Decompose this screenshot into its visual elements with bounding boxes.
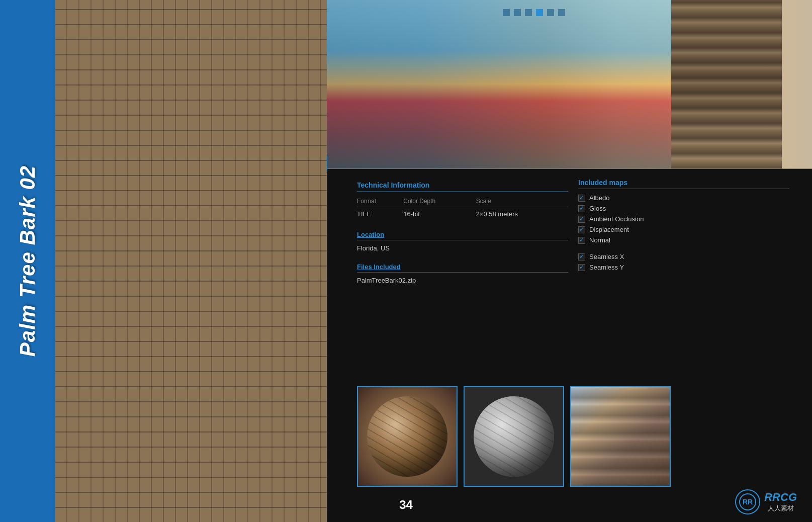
- dot-2[interactable]: [514, 9, 521, 16]
- dot-6[interactable]: [558, 9, 565, 16]
- logo: RR RRCG 人人素材: [735, 489, 797, 514]
- logo-svg: RR: [739, 493, 757, 511]
- gloss-label: Gloss: [589, 205, 606, 212]
- thumb-bark-gray[interactable]: [464, 386, 564, 487]
- files-value: PalmTreeBark02.zip: [357, 275, 568, 286]
- map-seamless-x: Seamless X: [578, 253, 789, 260]
- format-value: TIFF: [357, 207, 403, 221]
- photo-inner: [327, 0, 812, 168]
- sphere-bark: [367, 396, 447, 477]
- thumb-bark-photo[interactable]: [570, 386, 671, 487]
- technical-section: Technical Information Format Color Depth…: [357, 181, 568, 221]
- left-sidebar: Palm Tree Bark 02: [0, 0, 55, 522]
- location-section: Location Florida, US: [357, 231, 568, 254]
- ao-checkbox: [578, 216, 585, 223]
- scale-value: 2×0.58 meters: [476, 207, 568, 221]
- top-photo-border: [327, 168, 812, 169]
- svg-text:RR: RR: [743, 498, 753, 506]
- col-format: Format: [357, 196, 403, 207]
- tech-table: Format Color Depth Scale TIFF 16-bit 2×0…: [357, 196, 568, 221]
- gloss-checkbox: [578, 205, 585, 212]
- technical-title: Technical Information: [357, 181, 568, 192]
- files-section: Files Included PalmTreeBark02.zip: [357, 263, 568, 286]
- table-row: TIFF 16-bit 2×0.58 meters: [357, 207, 568, 221]
- map-albedo: Albedo: [578, 194, 789, 202]
- ao-label: Ambient Occlusion: [589, 215, 644, 223]
- logo-brand: RRCG: [764, 491, 797, 504]
- dot-1[interactable]: [503, 9, 510, 16]
- albedo-label: Albedo: [589, 194, 609, 202]
- files-label: Files Included: [357, 263, 568, 273]
- depth-value: 16-bit: [403, 207, 476, 221]
- location-value: Florida, US: [357, 242, 568, 254]
- location-label: Location: [357, 231, 568, 240]
- displacement-label: Displacement: [589, 226, 629, 233]
- thumbnails-row: [357, 386, 671, 487]
- seamless-x-label: Seamless X: [589, 253, 624, 260]
- info-panel-left: Technical Information Format Color Depth…: [357, 181, 568, 295]
- albedo-checkbox: [578, 195, 585, 202]
- normal-label: Normal: [589, 236, 610, 244]
- col-scale: Scale: [476, 196, 568, 207]
- dot-3[interactable]: [525, 9, 532, 16]
- map-displacement: Displacement: [578, 226, 789, 233]
- page-number: 34: [399, 498, 413, 512]
- dot-5[interactable]: [547, 9, 554, 16]
- page: Palm Tree Bark 02 Technical Information: [0, 0, 812, 522]
- maps-divider: [578, 247, 789, 253]
- maps-title: Included maps: [578, 179, 789, 189]
- sphere-gray: [474, 396, 554, 477]
- main-bark-image: [55, 0, 327, 522]
- dot-4[interactable]: [536, 9, 543, 16]
- logo-icon: RR: [735, 489, 760, 514]
- thumb-bark-color[interactable]: [357, 386, 458, 487]
- top-reference-photo: [327, 0, 812, 168]
- logo-chinese: 人人素材: [764, 504, 797, 513]
- map-normal: Normal: [578, 236, 789, 244]
- photo-buildings: [327, 0, 679, 168]
- displacement-checkbox: [578, 226, 585, 233]
- thumb-bark-inner: [358, 387, 457, 486]
- thumb-gray-inner: [465, 387, 563, 486]
- map-seamless-y: Seamless Y: [578, 264, 789, 271]
- product-title: Palm Tree Bark 02: [16, 165, 40, 357]
- normal-checkbox: [578, 237, 585, 244]
- seamless-y-label: Seamless Y: [589, 264, 624, 271]
- col-depth: Color Depth: [403, 196, 476, 207]
- maps-panel: Included maps Albedo Gloss Ambient Occlu…: [578, 179, 789, 274]
- photo-trunk-scales: [671, 0, 782, 168]
- bark-texture: [55, 0, 327, 522]
- seamless-y-checkbox: [578, 264, 585, 271]
- left-border-v: [327, 156, 327, 171]
- seamless-x-checkbox: [578, 253, 585, 260]
- map-gloss: Gloss: [578, 205, 789, 212]
- dot-navigation: [503, 9, 565, 16]
- map-ambient-occlusion: Ambient Occlusion: [578, 215, 789, 223]
- photo-trunk: [671, 0, 782, 168]
- logo-text-group: RRCG 人人素材: [764, 491, 797, 513]
